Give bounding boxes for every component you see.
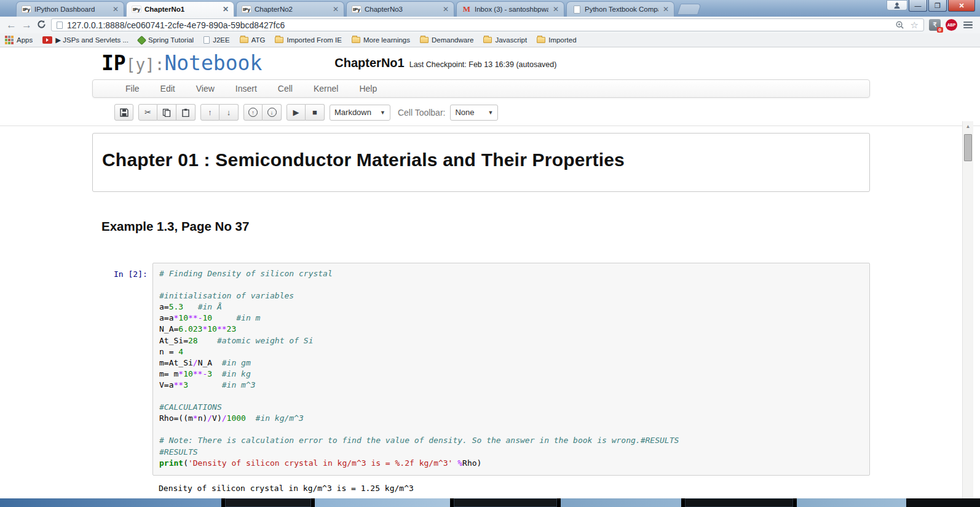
tab-title: Python Textbook Compar [585,6,658,13]
restore-button[interactable]: ❐ [928,0,947,12]
address-bar[interactable]: 127.0.0.1:8888/ce060741-2cfe-4e79-890a-5… [51,18,924,31]
copy-cell-button[interactable] [157,104,176,121]
profile-button[interactable] [887,0,907,10]
apps-grid-icon [5,36,14,44]
save-button[interactable] [114,104,133,121]
tab-title: ChapterNo1 [144,6,218,13]
bookmark-j2ee[interactable]: J2EE [204,36,230,44]
url-text[interactable]: 127.0.0.1:8888/ce060741-2cfe-4e79-890a-5… [67,20,891,30]
bookmark-folder-javascript[interactable]: Javascript [483,36,527,44]
run-cell-button[interactable]: ▶ [286,104,306,121]
code-line: #RESULTS [159,447,863,458]
bookmark-spring-tutorial[interactable]: Spring Tutorial [138,36,194,44]
menu-kernel[interactable]: Kernel [303,84,349,94]
ipy-favicon-icon: IPy [242,6,251,13]
move-cell-up-button[interactable]: ↑ [200,104,219,121]
insert-cell-above-button[interactable]: ↑ [243,104,263,121]
page-scrollbar[interactable]: ▲ [962,121,973,498]
bookmark-folder-imported-from-ie[interactable]: Imported From IE [275,36,341,44]
folder-icon [352,37,360,43]
tab-chapterno1[interactable]: IPy ChapterNo1 ✕ [126,1,234,17]
menu-edit[interactable]: Edit [150,84,186,94]
tab-chapterno2[interactable]: IPy ChapterNo2 ✕ [236,1,344,17]
menu-help[interactable]: Help [349,84,387,94]
rupee-extension-icon[interactable]: ₹ 0 [929,19,941,31]
tab-ipython-dashboard[interactable]: IPy IPython Dashboard ✕ [16,1,124,17]
menu-view[interactable]: View [186,84,225,94]
example-heading[interactable]: Example 1.3, Page No 37 [101,219,980,234]
input-prompt: In [2]: [114,269,148,279]
menu-insert[interactable]: Insert [225,84,267,94]
person-icon [893,2,901,9]
forward-button[interactable]: → [22,20,32,30]
notebook-header: IP[y]:Notebook ChapterNo1 Last Checkpoin… [0,47,980,126]
paste-cell-button[interactable] [176,104,196,121]
logo-y: [y]: [126,55,165,74]
close-button[interactable]: ✕ [948,0,975,12]
tab-title: ChapterNo2 [255,6,328,13]
tab-close-icon[interactable]: ✕ [111,5,120,14]
scroll-up-arrow-icon[interactable]: ▲ [963,121,973,131]
minimize-button[interactable]: — [909,0,927,12]
code-line: a=a*10**-10 #in m [159,313,863,324]
code-cell[interactable]: In [2]: # Finding Density of silicon cry… [92,263,870,476]
ipython-logo[interactable]: IP[y]:Notebook [101,51,262,75]
adblock-extension-icon[interactable]: ABP [946,19,957,31]
menu-file[interactable]: File [115,84,150,94]
code-line: V=a**3 #in m^3 [159,380,863,391]
tab-close-icon[interactable]: ✕ [221,5,230,14]
insert-cell-below-button[interactable]: ↓ [263,104,282,121]
tab-title: IPython Dashboard [34,6,108,13]
browser-tab-strip: IPy IPython Dashboard ✕ IPy ChapterNo1 ✕… [0,0,980,17]
cell-toolbar-label: Cell Toolbar: [398,108,446,118]
scissors-icon: ✂ [144,108,151,117]
cut-cell-button[interactable]: ✂ [138,104,157,121]
markdown-cell-chapter-heading[interactable]: Chapter 01 : Semiconductor Materials and… [92,133,870,192]
tab-title: Inbox (3) - santoshbpwar [475,6,548,13]
bookmark-label: ATG [251,36,266,44]
notebook-title[interactable]: ChapterNo1 [334,56,404,70]
bookmark-jsps-servlets[interactable]: ▶ JSPs and Servlets ... [42,36,128,44]
bookmark-folder-imported[interactable]: Imported [537,36,576,44]
bookmarks-bar: Apps ▶ JSPs and Servlets ... Spring Tuto… [0,33,980,47]
cell-type-select[interactable]: Markdown ▼ [330,105,390,121]
menu-cell[interactable]: Cell [267,84,303,94]
cell-toolbar-value: None [455,108,474,117]
cell-toolbar-select[interactable]: None ▼ [450,105,498,121]
logo-ip: IP [101,51,126,75]
bookmark-apps[interactable]: Apps [5,36,33,44]
tab-close-icon[interactable]: ✕ [551,5,560,14]
reload-button[interactable] [37,20,46,31]
bookmark-label: Spring Tutorial [148,36,194,44]
tab-close-icon[interactable]: ✕ [662,5,670,14]
code-input-area[interactable]: # Finding Density of silicon crystal #in… [152,263,870,476]
abp-label: ABP [947,23,956,27]
move-cell-down-button[interactable]: ↓ [219,104,239,121]
bookmark-star-icon[interactable]: ☆ [911,20,919,31]
bookmark-label: Apps [17,36,33,44]
bookmark-folder-demandware[interactable]: Demandware [420,36,473,44]
tab-close-icon[interactable]: ✕ [441,5,450,14]
tab-chapterno3[interactable]: IPy ChapterNo3 ✕ [346,1,454,17]
notebook-menubar: File Edit View Insert Cell Kernel Help [92,79,870,98]
spring-icon [137,35,147,45]
new-tab-button[interactable] [677,4,701,15]
reload-icon [37,20,46,29]
bookmark-label: More learnings [363,36,410,44]
tab-close-icon[interactable]: ✕ [331,5,340,14]
interrupt-kernel-button[interactable]: ■ [306,104,325,121]
save-icon [120,108,128,117]
code-line: N_A=6.023*10**23 [159,324,863,335]
bookmark-label: J2EE [213,36,230,44]
bookmark-folder-atg[interactable]: ATG [240,36,266,44]
zoom-icon[interactable] [895,20,904,30]
bookmark-folder-more-learnings[interactable]: More learnings [352,36,410,44]
scrollbar-thumb[interactable] [964,134,972,161]
bookmark-label: Imported From IE [286,36,341,44]
tab-gmail-inbox[interactable]: M Inbox (3) - santoshbpwar ✕ [456,1,564,17]
page-icon [57,22,63,29]
chrome-menu-button[interactable] [962,20,974,30]
gmail-icon: M [462,5,472,14]
tab-python-textbook[interactable]: Python Textbook Compar ✕ [566,1,674,17]
back-button[interactable]: ← [6,20,17,30]
